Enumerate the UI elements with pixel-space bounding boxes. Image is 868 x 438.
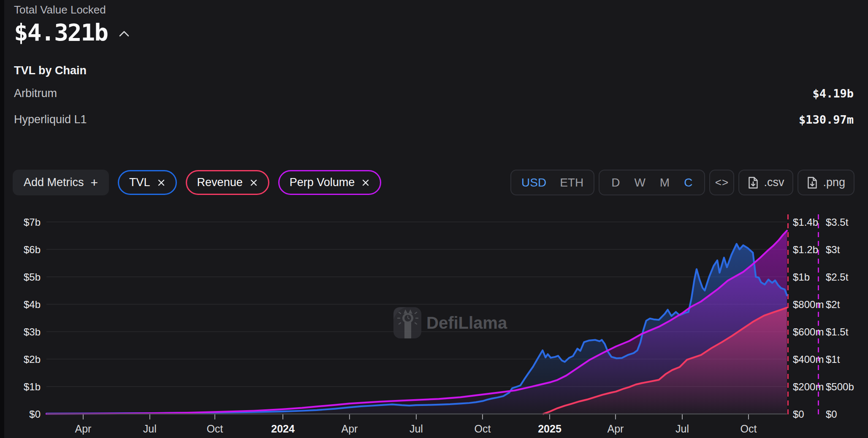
left-axis-label: $2b [24,354,41,365]
interval-option-monthly[interactable]: M [660,176,670,189]
perp-volume-axis-label: $2.5t [826,271,849,283]
chain-value: $130.97m [799,113,854,126]
chain-row-arbitrum[interactable]: Arbitrum $4.19b [14,87,854,100]
perp-volume-axis-label: $1t [826,354,840,365]
metric-value-row[interactable]: $4.321b [14,19,130,46]
chevron-up-icon[interactable] [119,30,130,39]
x-tick-label: Jul [410,423,423,435]
perp-volume-axis-label: $500b [826,381,854,392]
left-axis-label: $6b [24,244,41,255]
chart-svg[interactable]: DefiLlamaAprJulOct2024AprJulOct2025AprJu… [0,207,868,438]
defillama-chain-dashboard: Total Value Locked $4.321b TVL by Chain … [0,0,868,438]
close-icon[interactable] [157,178,165,187]
metric-pill-perp-volume[interactable]: Perp Volume [278,170,382,195]
perp-volume-axis-label: $2t [826,299,840,310]
file-download-icon [807,176,818,189]
pill-label: Perp Volume [290,176,355,189]
add-metrics-label: Add Metrics [24,176,84,189]
left-axis-label: $5b [24,271,41,283]
interval-toggle: D W M C [599,170,705,195]
left-axis-label: $0 [29,408,41,420]
revenue-axis-label: $800m [793,299,824,310]
revenue-axis-label: $200m [793,381,824,392]
close-icon[interactable] [250,178,258,187]
chart-toolbar: Add Metrics + TVL Revenue Perp Volume US… [13,170,854,195]
pill-label: Revenue [197,176,243,189]
metric-label: Total Value Locked [14,3,106,16]
pill-label: TVL [129,176,150,189]
file-download-icon [748,176,759,189]
left-axis-label: $1b [24,381,41,392]
x-tick-label: Oct [741,423,757,435]
tvl-chart[interactable]: DefiLlamaAprJulOct2024AprJulOct2025AprJu… [0,207,868,438]
revenue-axis-label: $600m [793,326,824,338]
revenue-axis-label: $1b [793,271,810,283]
x-tick-label: Oct [206,423,223,435]
export-label: .png [823,176,845,189]
interval-option-cumulative[interactable]: C [684,176,692,189]
x-tick-label: Oct [474,423,491,435]
x-tick-label: Apr [341,423,358,435]
revenue-axis-label: $1.2b [793,244,818,255]
x-tick-label: 2025 [538,423,561,435]
x-tick-label: Apr [607,423,624,435]
add-metrics-button[interactable]: Add Metrics + [13,170,109,195]
currency-option-eth[interactable]: ETH [560,176,583,189]
metric-value: $4.321b [14,19,108,46]
chain-row-hyperliquid-l1[interactable]: Hyperliquid L1 $130.97m [14,113,854,126]
export-label: .csv [764,176,784,189]
x-tick-label: Apr [75,423,92,435]
currency-option-usd[interactable]: USD [521,176,546,189]
breakdown-title: TVL by Chain [14,64,87,77]
currency-toggle: USD ETH [510,170,594,195]
plus-icon: + [91,176,98,190]
chain-name: Arbitrum [14,87,57,100]
metric-pill-tvl[interactable]: TVL [118,170,177,195]
x-tick-label: Jul [675,423,689,435]
interval-option-daily[interactable]: D [611,176,620,189]
perp-volume-axis-label: $3t [826,244,840,255]
x-tick-label: Jul [143,423,157,435]
chain-value: $4.19b [812,87,854,100]
download-png-button[interactable]: .png [797,170,854,195]
perp-volume-axis-label: $1.5t [826,326,849,338]
download-csv-button[interactable]: .csv [738,170,793,195]
left-axis-label: $7b [24,216,41,228]
revenue-axis-label: $400m [793,354,824,365]
defillama-watermark: DefiLlama [393,307,507,338]
perp-volume-axis-label: $3.5t [826,216,849,228]
code-icon: <> [715,176,729,189]
chain-name: Hyperliquid L1 [14,113,87,126]
left-axis-label: $3b [24,326,41,338]
left-axis-label: $4b [24,299,41,310]
revenue-axis-label: $0 [793,408,804,420]
interval-option-weekly[interactable]: W [634,176,645,189]
revenue-axis-label: $1.4b [793,216,818,228]
close-icon[interactable] [361,178,370,187]
svg-text:DefiLlama: DefiLlama [426,314,507,332]
embed-code-button[interactable]: <> [709,170,734,195]
x-tick-label: 2024 [271,423,295,435]
perp-volume-axis-label: $0 [826,408,837,420]
metric-pill-revenue[interactable]: Revenue [186,170,269,195]
toolbar-right-cluster: USD ETH D W M C <> .csv [510,170,854,195]
